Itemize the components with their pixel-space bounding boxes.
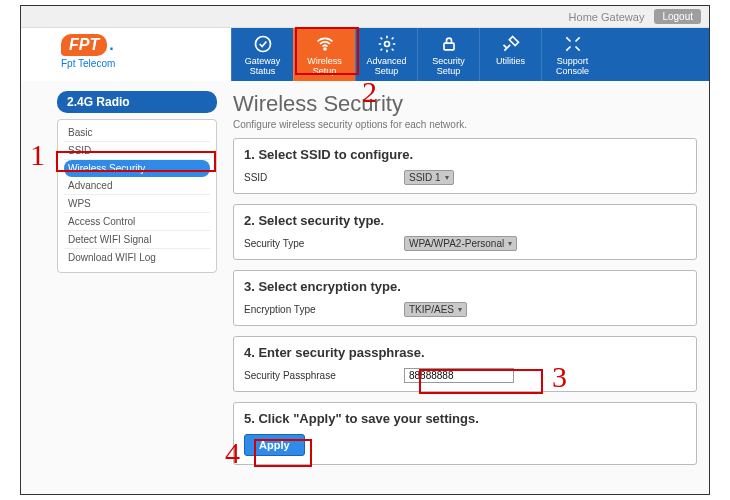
svg-point-0 — [255, 37, 270, 52]
encryption-type-label: Encryption Type — [244, 304, 394, 315]
gear-icon — [377, 34, 397, 54]
step2-heading: 2. Select security type. — [244, 213, 686, 228]
lock-icon — [439, 34, 459, 54]
panel-apply: 5. Click "Apply" to save your settings. … — [233, 402, 697, 465]
nav-utilities[interactable]: Utilities — [479, 28, 541, 81]
sidebar-list: Basic SSID Wireless Security Advanced WP… — [57, 119, 217, 273]
sidebar-item-detect-wifi-signal[interactable]: Detect WIFI Signal — [64, 231, 210, 249]
nav-label: Advanced Setup — [366, 57, 406, 77]
nav-label: Gateway Status — [245, 57, 281, 77]
nav-label: Utilities — [496, 57, 525, 67]
nav-wireless-setup[interactable]: Wireless Setup — [293, 28, 355, 81]
expand-icon — [563, 34, 583, 54]
nav-label: Wireless Setup — [307, 57, 342, 77]
sidebar-item-advanced[interactable]: Advanced — [64, 177, 210, 195]
main-nav: Gateway Status Wireless Setup Advanced S… — [231, 28, 709, 81]
svg-rect-3 — [444, 43, 454, 50]
sidebar: 2.4G Radio Basic SSID Wireless Security … — [57, 91, 217, 475]
content: Wireless Security Configure wireless sec… — [233, 91, 701, 475]
nav-label: Support Console — [556, 57, 589, 77]
sidebar-item-download-wifi-log[interactable]: Download WIFI Log — [64, 249, 210, 266]
step3-heading: 3. Select encryption type. — [244, 279, 686, 294]
apply-button[interactable]: Apply — [244, 434, 305, 456]
panel-select-ssid: 1. Select SSID to configure. SSID SSID 1 — [233, 138, 697, 194]
passphrase-input[interactable] — [404, 368, 514, 383]
sidebar-item-wps[interactable]: WPS — [64, 195, 210, 213]
topbar: Home Gateway Logout — [21, 6, 709, 28]
page-subtitle: Configure wireless security options for … — [233, 119, 697, 130]
header: FPT . Fpt Telecom Gateway Status Wireles… — [21, 28, 709, 81]
logout-button[interactable]: Logout — [654, 9, 701, 24]
encryption-type-select[interactable]: TKIP/AES — [404, 302, 467, 317]
check-circle-icon — [253, 34, 273, 54]
nav-label: Security Setup — [432, 57, 465, 77]
page-title: Wireless Security — [233, 91, 697, 117]
nav-advanced-setup[interactable]: Advanced Setup — [355, 28, 417, 81]
tools-icon — [501, 34, 521, 54]
passphrase-label: Security Passphrase — [244, 370, 394, 381]
brand: FPT . Fpt Telecom — [61, 28, 221, 81]
nav-gateway-status[interactable]: Gateway Status — [231, 28, 293, 81]
sidebar-item-basic[interactable]: Basic — [64, 124, 210, 142]
sidebar-item-ssid[interactable]: SSID — [64, 142, 210, 160]
step1-heading: 1. Select SSID to configure. — [244, 147, 686, 162]
svg-point-1 — [324, 48, 326, 50]
svg-point-2 — [384, 42, 389, 47]
sidebar-item-wireless-security[interactable]: Wireless Security — [64, 160, 210, 177]
panel-security-type: 2. Select security type. Security Type W… — [233, 204, 697, 260]
sidebar-heading: 2.4G Radio — [57, 91, 217, 113]
brand-logo-main: FPT — [61, 34, 107, 56]
step5-heading: 5. Click "Apply" to save your settings. — [244, 411, 686, 426]
home-gateway-label: Home Gateway — [569, 11, 645, 23]
wifi-icon — [315, 34, 335, 54]
nav-support-console[interactable]: Support Console — [541, 28, 603, 81]
ssid-label: SSID — [244, 172, 394, 183]
security-type-label: Security Type — [244, 238, 394, 249]
step4-heading: 4. Enter security passphrase. — [244, 345, 686, 360]
brand-logo-accent: . — [109, 36, 113, 54]
panel-passphrase: 4. Enter security passphrase. Security P… — [233, 336, 697, 392]
panel-encryption-type: 3. Select encryption type. Encryption Ty… — [233, 270, 697, 326]
brand-subtitle: Fpt Telecom — [61, 58, 221, 69]
security-type-select[interactable]: WPA/WPA2-Personal — [404, 236, 517, 251]
ssid-select[interactable]: SSID 1 — [404, 170, 454, 185]
sidebar-item-access-control[interactable]: Access Control — [64, 213, 210, 231]
nav-security-setup[interactable]: Security Setup — [417, 28, 479, 81]
